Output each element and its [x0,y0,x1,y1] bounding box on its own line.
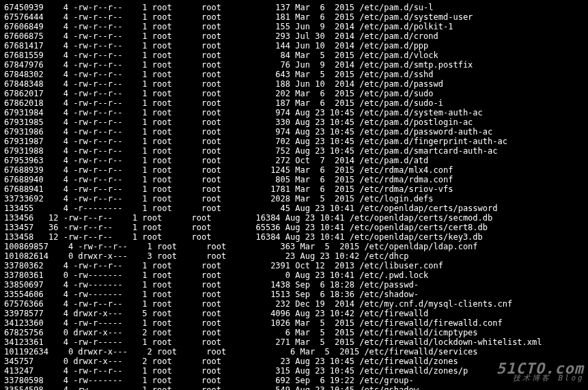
listing-row: 133455 4 -r-------- 1 root root 45 Aug 2… [4,204,584,213]
listing-row: 100869857 4 -rw-r--r-- 1 root root 363 M… [4,242,584,251]
listing-row: 67847976 4 -rw-r--r-- 1 root root 76 Jun… [4,60,584,70]
listing-row: 34123360 4 -rw-r----- 1 root root 1026 M… [4,318,584,328]
listing-row: 67681417 4 -rw-r--r-- 1 root root 144 Ju… [4,41,584,51]
listing-row: 67606875 4 -rw-r--r-- 1 root root 293 Ju… [4,31,584,41]
listing-row: 33978577 4 drwxr-x--- 5 root root 4096 A… [4,309,584,318]
listing-row: 67848302 4 -rw-r--r-- 1 root root 643 Ma… [4,70,584,79]
listing-row: 101082614 0 drwxr-x--- 3 root root 23 Au… [4,251,584,261]
listing-row: 67862018 4 -rw-r--r-- 1 root root 187 Ma… [4,98,584,108]
listing-row: 33733692 4 -rw-r--r-- 1 root root 2028 M… [4,194,584,204]
listing-row: 67606849 4 -rw-r--r-- 1 root root 155 Ju… [4,22,584,31]
listing-row: 67931985 4 -rw-r--r-- 1 root root 330 Au… [4,117,584,127]
listing-row: 67576366 4 -rw-r--r-- 1 root root 232 De… [4,299,584,309]
listing-row: 413247 4 -rw-r--r-- 1 root root 315 Aug … [4,366,584,376]
listing-row: 133458 12 -rw-r--r-- 1 root root 16384 A… [4,232,584,242]
listing-row: 34123361 4 -rw-r----- 1 root root 271 Ma… [4,337,584,347]
listing-row: 67450939 4 -rw-r--r-- 1 root root 137 Ma… [4,3,584,12]
listing-row: 33554606 4 -rw------- 1 root root 1513 S… [4,290,584,299]
listing-row: 67931986 4 -rw-r--r-- 1 root root 974 Au… [4,127,584,137]
listing-row: 67862017 4 -rw-r--r-- 1 root root 202 Ma… [4,89,584,98]
listing-row: 67848348 4 -rw-r--r-- 1 root root 188 Ju… [4,79,584,89]
listing-row: 101192634 0 drwxr-x--- 2 root root 6 Mar… [4,347,584,357]
listing-row: 67688941 4 -rw-r--r-- 1 root root 1781 M… [4,184,584,194]
listing-row: 67825756 0 drwxr-x--- 2 root root 6 Mar … [4,328,584,337]
listing-row: 67688939 4 -rw-r--r-- 1 root root 1245 M… [4,165,584,175]
listing-row: 345757 0 drwxr-x--- 2 root root 23 Aug 2… [4,357,584,366]
terminal-output: 67450939 4 -rw-r--r-- 1 root root 137 Ma… [0,0,588,390]
listing-row: 67576444 4 -rw-r--r-- 1 root root 181 Ma… [4,12,584,22]
listing-row: 33780362 4 -rw-r--r-- 1 root root 2391 O… [4,261,584,270]
listing-row: 67931988 4 -rw-r--r-- 1 root root 752 Au… [4,146,584,156]
listing-row: 67688940 4 -rw-r--r-- 1 root root 805 Ma… [4,175,584,184]
listing-row: 33780361 0 -rw------- 1 root root 0 Aug … [4,270,584,280]
listing-row: 67931984 4 -rw-r--r-- 1 root root 974 Au… [4,108,584,117]
listing-row: 67681559 4 -rw-r--r-- 1 root root 84 Mar… [4,51,584,60]
listing-row: 133457 36 -rw-r--r-- 1 root root 65536 A… [4,223,584,232]
listing-row: 33554598 4 -rw------- 1 root root 549 Au… [4,385,584,390]
listing-row: 67953963 4 -rw-r--r-- 1 root root 272 Oc… [4,156,584,165]
listing-row: 67931987 4 -rw-r--r-- 1 root root 702 Au… [4,137,584,146]
listing-row: 133456 12 -rw-r--r-- 1 root root 16384 A… [4,213,584,223]
listing-row: 33780598 4 -rw------- 1 root root 692 Se… [4,376,584,385]
listing-row: 33850697 4 -rw------- 1 root root 1438 S… [4,280,584,290]
